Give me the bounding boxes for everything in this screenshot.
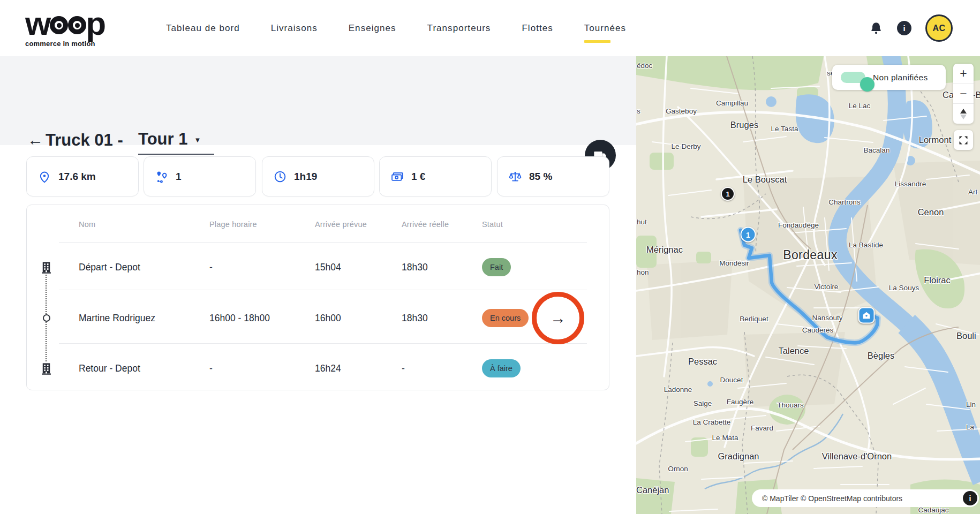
- topbar-actions: i AC: [869, 0, 953, 56]
- logo-o-icon: [68, 16, 86, 34]
- nav-item-livraisons[interactable]: Livraisons: [271, 0, 318, 56]
- map-place-label: Nansouty: [812, 314, 842, 322]
- nav-item-tableau-de-bord[interactable]: Tableau de bord: [166, 0, 240, 56]
- map-place-label: Bègles: [868, 351, 894, 361]
- map-place-label: hut: [637, 218, 647, 226]
- col-header-arrivee-prevue: Arrivée prévue: [315, 220, 367, 229]
- notifications-bell-icon[interactable]: [869, 21, 883, 35]
- map-place-label: hon: [637, 268, 649, 276]
- nav-item-label: Tournées: [584, 23, 626, 34]
- stop-1-marker[interactable]: 1: [741, 227, 756, 243]
- nav-item-transporteurs[interactable]: Transporteurs: [427, 0, 491, 56]
- compass-reset-button[interactable]: [953, 103, 974, 124]
- toggle-label: Non planifiées: [873, 65, 928, 90]
- zoom-in-button[interactable]: +: [953, 64, 974, 84]
- banknote-icon: [390, 170, 404, 184]
- map-place-label: Fondaudège: [778, 221, 819, 229]
- compass-icon: [960, 109, 967, 119]
- row-divider: [59, 242, 587, 243]
- user-avatar[interactable]: AC: [925, 14, 953, 42]
- zoom-out-button[interactable]: −: [953, 84, 974, 104]
- nav-item-tournees-active[interactable]: Tournées: [584, 0, 626, 56]
- map-place-label: Lormont: [919, 135, 952, 145]
- map-place-label: Bacalan: [864, 146, 890, 154]
- unplanned-delivery-marker[interactable]: 1: [721, 187, 735, 201]
- stat-stops-value: 1: [176, 171, 182, 183]
- map-place-label: Campillau: [716, 99, 748, 107]
- map-place-label: Victoire: [815, 283, 839, 291]
- attribution-info-button[interactable]: i: [963, 491, 977, 505]
- map-place-label: Doucet: [720, 376, 743, 384]
- map-place-label: Le Bouscat: [743, 175, 787, 185]
- map-place-label: Bruges: [730, 120, 758, 130]
- tour-selector-dropdown[interactable]: Tour 1 ▼: [138, 131, 214, 155]
- stat-card-cost: 1 €: [379, 156, 492, 196]
- stat-cost-value: 1 €: [411, 171, 425, 183]
- route-map[interactable]: édoc s Gasteboy Campillau Bruges Le Tast…: [636, 56, 980, 514]
- nav-item-flottes[interactable]: Flottes: [522, 0, 553, 56]
- map-place-label: édoc: [637, 62, 652, 70]
- stop-name: Martine Rodriguez: [79, 313, 155, 324]
- status-badge-a-faire: À faire: [482, 359, 521, 377]
- active-tab-underline: [584, 40, 610, 43]
- chevron-down-icon: ▼: [194, 136, 201, 144]
- stop-name: Départ - Depot: [79, 262, 140, 273]
- map-place-label: Pessac: [688, 357, 717, 367]
- stop-circle-marker: [43, 314, 50, 322]
- stat-distance-value: 17.6 km: [58, 171, 96, 183]
- depot-building-icon: [39, 260, 54, 275]
- fullscreen-button[interactable]: [954, 130, 973, 150]
- stat-duration-value: 1h19: [294, 171, 317, 183]
- row-divider: [59, 290, 587, 290]
- map-place-label: La Crabette: [693, 418, 731, 426]
- map-place-label: Favard: [751, 424, 773, 432]
- nav-item-enseignes[interactable]: Enseignes: [349, 0, 396, 56]
- time-window: -: [209, 262, 213, 273]
- location-pin-icon: [37, 170, 51, 184]
- unplanned-toggle-panel: Non planifiées: [832, 65, 946, 90]
- map-place-label: Art: [968, 188, 977, 196]
- map-place-label: Ornon: [668, 465, 688, 473]
- actual-arrival: -: [402, 363, 405, 374]
- col-header-plage-horaire: Plage horaire: [209, 220, 257, 229]
- logo-o-icon: [50, 16, 68, 34]
- status-badge-en-cours: En cours: [482, 309, 529, 327]
- stat-card-load: 85 %: [497, 156, 609, 196]
- map-place-label: Cenon: [918, 207, 944, 217]
- map-place-label: La: [966, 423, 974, 431]
- map-place-label: Le Derby: [672, 142, 701, 150]
- attribution-text: © MapTiler © OpenStreetMap contributors: [762, 494, 902, 503]
- woop-wordmark: w p: [25, 9, 104, 39]
- help-info-button[interactable]: i: [897, 21, 911, 35]
- map-base-layer: [636, 56, 980, 514]
- open-stop-arrow-button[interactable]: →: [550, 310, 566, 326]
- fullscreen-icon: [958, 135, 969, 146]
- planned-arrival: 15h04: [315, 262, 341, 273]
- stop-name: Retour - Depot: [79, 363, 140, 374]
- map-place-label: -B: [973, 90, 980, 100]
- map-place-label: Mondésir: [719, 259, 749, 267]
- depot-marker[interactable]: [858, 307, 875, 324]
- col-header-statut: Statut: [482, 220, 503, 229]
- map-place-label: Cauderès: [802, 326, 834, 334]
- map-place-label: Ladonne: [664, 386, 692, 394]
- back-arrow-icon[interactable]: ←: [27, 132, 43, 148]
- map-place-label: Lissandre: [895, 180, 926, 188]
- map-place-label: Mérignac: [646, 245, 683, 255]
- map-place-label: Floirac: [924, 275, 951, 285]
- time-window: 16h00 - 18h00: [209, 313, 270, 324]
- map-place-label: Thouars: [777, 401, 804, 409]
- woop-logo[interactable]: w p commerce in motion: [25, 9, 104, 48]
- map-place-label: Faugère: [727, 398, 753, 406]
- annotation-red-circle: →: [532, 292, 584, 344]
- stops-table: Nom Plage horaire Arrivée prévue Arrivée…: [26, 205, 609, 390]
- map-place-label: La Souys: [889, 284, 919, 292]
- non-planifiees-toggle[interactable]: [841, 72, 865, 83]
- map-place-label: Canéjan: [636, 485, 669, 495]
- stat-card-duration: 1h19: [262, 156, 374, 196]
- top-navigation-bar: w p commerce in motion Tableau de bord L…: [0, 0, 980, 56]
- balance-scale-icon: [508, 170, 522, 184]
- map-place-label: Le Tasta: [771, 125, 798, 133]
- logo-letter-p: p: [86, 10, 104, 37]
- map-place-label: Berliquet: [740, 315, 768, 323]
